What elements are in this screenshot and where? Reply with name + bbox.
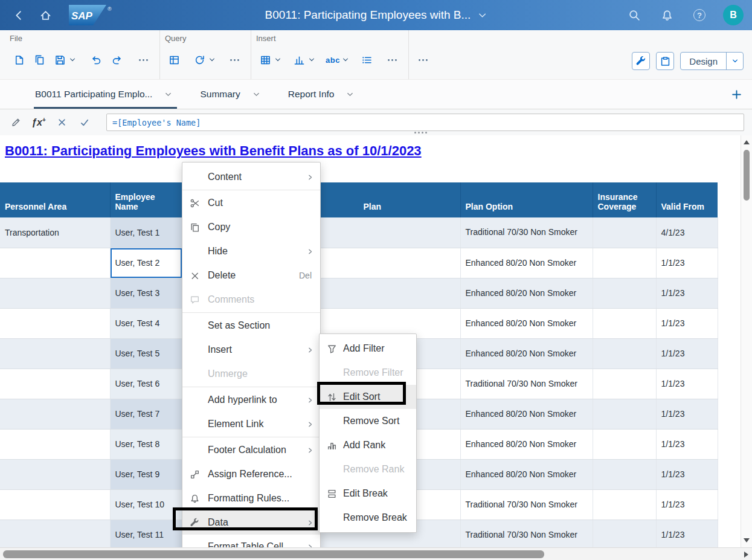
cell-insurance-coverage[interactable] bbox=[593, 308, 656, 338]
cell-employee-name[interactable]: User, Test 6 bbox=[110, 369, 182, 399]
refresh-dropdown-arrow[interactable] bbox=[207, 51, 217, 69]
formula-input[interactable] bbox=[106, 114, 744, 131]
menu-item-formatting-rules[interactable]: Formatting Rules... bbox=[182, 486, 320, 510]
tab-report-info[interactable]: Report Info bbox=[288, 80, 355, 109]
cell-personnel-area[interactable] bbox=[0, 308, 110, 338]
paste-special-button[interactable] bbox=[656, 52, 674, 70]
add-report-tab-button[interactable] bbox=[731, 89, 742, 100]
home-button[interactable] bbox=[36, 6, 54, 24]
cell-personnel-area[interactable] bbox=[0, 248, 110, 278]
cell-plan-option[interactable]: Traditional 70/30 Non Smoker bbox=[460, 520, 593, 547]
new-document-button[interactable] bbox=[10, 51, 28, 69]
cell-plan-option[interactable]: Traditional 70/30 Non Smoker bbox=[460, 369, 593, 399]
submenu-item-remove-break[interactable]: Remove Break bbox=[320, 506, 416, 530]
horizontal-scrollbar-thumb[interactable] bbox=[3, 550, 544, 558]
cell-employee-name[interactable]: User, Test 11 bbox=[110, 520, 182, 547]
formula-editor-button[interactable]: ƒx+ bbox=[30, 114, 47, 131]
menu-item-element-link[interactable]: Element Link bbox=[182, 412, 320, 436]
report-title[interactable]: B0011: Participating Employees with Bene… bbox=[5, 143, 422, 159]
cell-employee-name[interactable]: User, Test 9 bbox=[110, 459, 182, 489]
cell-employee-name[interactable]: User, Test 5 bbox=[110, 338, 182, 369]
column-header-valid-from[interactable]: Valid From bbox=[656, 182, 718, 217]
tab-chevron-down-icon[interactable] bbox=[252, 91, 260, 98]
cell-insurance-coverage[interactable] bbox=[593, 399, 656, 429]
menu-item-assign-reference[interactable]: Assign Reference... bbox=[182, 462, 320, 486]
cell-valid-from[interactable]: 1/1/23 bbox=[656, 278, 718, 308]
design-dropdown[interactable]: Design bbox=[680, 52, 744, 70]
cell-employee-name[interactable]: User, Test 2 bbox=[110, 248, 182, 278]
cell-employee-name[interactable]: User, Test 4 bbox=[110, 308, 182, 338]
menu-item-add-hyperlink-to[interactable]: Add hyperlink to bbox=[182, 388, 320, 412]
tab-chevron-down-icon[interactable] bbox=[346, 91, 354, 98]
column-header-insurance-coverage[interactable]: Insurance Coverage bbox=[593, 182, 656, 217]
cell-personnel-area[interactable] bbox=[0, 429, 110, 459]
cell-insurance-coverage[interactable] bbox=[593, 217, 656, 248]
cell-plan-option[interactable]: Traditional 70/30 Non Smoker bbox=[460, 489, 593, 520]
tab-chevron-down-icon[interactable] bbox=[164, 91, 172, 98]
insert-chart-button[interactable] bbox=[290, 51, 308, 69]
column-header-personnel-area[interactable]: Personnel Area bbox=[0, 182, 110, 217]
cell-insurance-coverage[interactable] bbox=[593, 248, 656, 278]
cell-plan-option[interactable]: Enhanced 80/20 Non Smoker bbox=[460, 278, 593, 308]
cell-plan-option[interactable]: Enhanced 80/20 Non Smoker bbox=[460, 399, 593, 429]
tab-report[interactable]: B0011 Participating Emplo... bbox=[35, 80, 172, 109]
cell-valid-from[interactable]: 1/1/23 bbox=[656, 369, 718, 399]
query-more-button[interactable] bbox=[225, 51, 243, 69]
shell-title[interactable]: B0011: Participating Employees with B... bbox=[265, 8, 487, 22]
cell-employee-name[interactable]: User, Test 10 bbox=[110, 489, 182, 520]
cell-plan-option[interactable]: Enhanced 80/20 Non Smoker bbox=[460, 459, 593, 489]
cell-personnel-area[interactable] bbox=[0, 369, 110, 399]
insert-table-button[interactable] bbox=[256, 51, 274, 69]
undo-button[interactable] bbox=[87, 51, 105, 69]
insert-list-button[interactable] bbox=[358, 51, 376, 69]
cell-employee-name[interactable]: User, Test 3 bbox=[110, 278, 182, 308]
menu-item-insert[interactable]: Insert bbox=[182, 338, 320, 362]
cell-personnel-area[interactable] bbox=[0, 278, 110, 308]
cell-valid-from[interactable]: 1/1/23 bbox=[656, 308, 718, 338]
menu-item-cut[interactable]: Cut bbox=[182, 191, 320, 215]
horizontal-scrollbar[interactable] bbox=[0, 547, 752, 560]
cell-employee-name[interactable]: User, Test 7 bbox=[110, 399, 182, 429]
submenu-item-edit-break[interactable]: Edit Break bbox=[320, 481, 416, 506]
redo-button[interactable] bbox=[108, 51, 126, 69]
cell-valid-from[interactable]: 1/1/23 bbox=[656, 248, 718, 278]
cell-valid-from[interactable]: 1/1/23 bbox=[656, 459, 718, 489]
cancel-formula-button[interactable] bbox=[53, 114, 70, 131]
cell-insurance-coverage[interactable] bbox=[593, 338, 656, 369]
submenu-item-remove-sort[interactable]: Remove Sort bbox=[320, 409, 416, 433]
data-provider-button[interactable] bbox=[165, 51, 183, 69]
insert-table-dropdown-arrow[interactable] bbox=[273, 51, 283, 69]
submenu-item-add-rank[interactable]: Add Rank bbox=[320, 433, 416, 457]
notifications-button[interactable] bbox=[658, 6, 676, 24]
save-button[interactable] bbox=[51, 51, 69, 69]
menu-item-content[interactable]: Content bbox=[182, 165, 320, 189]
cell-insurance-coverage[interactable] bbox=[593, 520, 656, 547]
column-header-employee-name[interactable]: Employee Name bbox=[110, 182, 182, 217]
cell-insurance-coverage[interactable] bbox=[593, 489, 656, 520]
menu-item-copy[interactable]: Copy bbox=[182, 215, 320, 239]
cell-plan-option[interactable]: Enhanced 80/20 Non Smoker bbox=[460, 248, 593, 278]
cell-insurance-coverage[interactable] bbox=[593, 459, 656, 489]
column-header-plan-option[interactable]: Plan Option bbox=[460, 182, 593, 217]
vertical-scrollbar-thumb[interactable] bbox=[744, 150, 750, 201]
cell-personnel-area[interactable] bbox=[0, 399, 110, 429]
cell-valid-from[interactable]: 1/1/23 bbox=[656, 489, 718, 520]
insert-chart-dropdown-arrow[interactable] bbox=[307, 51, 317, 69]
scroll-right-arrow[interactable] bbox=[744, 552, 748, 558]
submenu-item-add-filter[interactable]: Add Filter bbox=[320, 336, 416, 361]
insert-text-button[interactable]: abc bbox=[324, 51, 342, 69]
cell-personnel-area[interactable] bbox=[0, 459, 110, 489]
cell-insurance-coverage[interactable] bbox=[593, 429, 656, 459]
cell-personnel-area[interactable] bbox=[0, 489, 110, 520]
scroll-down-arrow[interactable] bbox=[744, 538, 750, 542]
menu-item-footer-calculation[interactable]: Footer Calculation bbox=[182, 438, 320, 462]
cell-plan-option[interactable]: Enhanced 80/20 Non Smoker bbox=[460, 429, 593, 459]
cell-valid-from[interactable]: 1/1/23 bbox=[656, 429, 718, 459]
cell-employee-name[interactable]: User, Test 1 bbox=[110, 217, 182, 248]
design-dropdown-arrow[interactable] bbox=[726, 53, 743, 69]
menu-item-delete[interactable]: DeleteDel bbox=[182, 263, 320, 288]
menu-item-hide[interactable]: Hide bbox=[182, 239, 320, 263]
submenu-item-edit-sort[interactable]: Edit Sort bbox=[320, 385, 416, 409]
formula-bar-resize-handle[interactable] bbox=[414, 132, 427, 134]
insert-more-button[interactable] bbox=[383, 51, 401, 69]
